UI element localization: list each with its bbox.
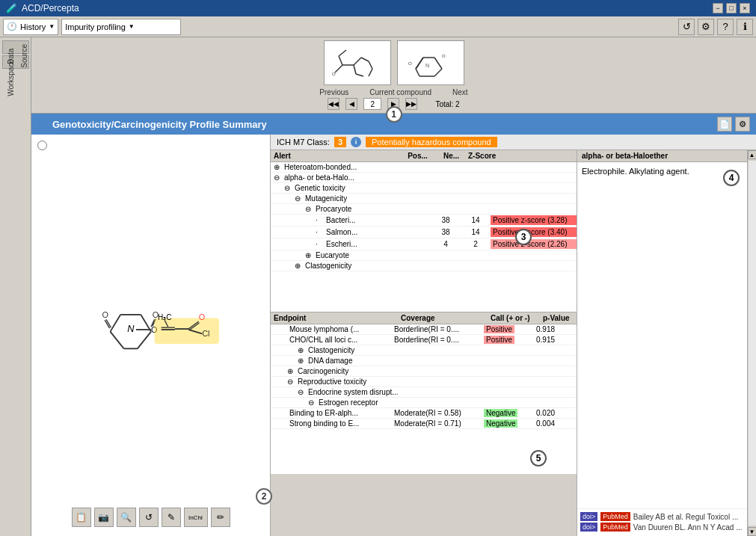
doi-icon-2: doi> [580, 523, 597, 532]
main-container: Data Source Workspace [0, 37, 756, 536]
ep-clastogenicity[interactable]: ⊕ Clastogenicity [271, 345, 577, 356]
ep-cho-chl[interactable]: CHO/CHL all loci c... Borderline(RI = 0.… [271, 335, 577, 345]
workflow-label: Impurity profiling [65, 22, 126, 31]
ich-class-badge: 3 [334, 137, 346, 147]
ref-item-2: doi> PubMed Van Duuren BL. Ann N Y Acad … [580, 523, 744, 532]
link-button[interactable]: ⚙ [698, 19, 714, 35]
scroll-down-button[interactable]: ▼ [748, 527, 757, 536]
svg-text:O: O [332, 72, 336, 76]
ep-binding-er-pval: 0.020 [536, 409, 574, 417]
svg-text:Cl: Cl [202, 329, 209, 338]
expand-icon-3: ⊕ [295, 262, 305, 270]
ref-text-2[interactable]: Van Duuren BL. Ann N Y Acad ... [633, 523, 743, 532]
svg-text:O: O [102, 310, 108, 319]
svg-line-25 [137, 332, 150, 349]
cho-chl-call: Positive [484, 336, 514, 344]
sidebar-tab-datasource[interactable]: Data Source [2, 40, 29, 54]
svg-text:N: N [127, 323, 135, 334]
tree-item-escheri[interactable]: · Escheri... 4 2 Positive z-score (2.26) [271, 238, 577, 250]
prev-page-button[interactable]: ◀ [345, 98, 357, 110]
ep-estrogen[interactable]: ⊖ Estrogen receptor [271, 398, 577, 408]
current-label: Current compound [369, 88, 431, 96]
rotate-button[interactable]: ↺ [139, 508, 159, 527]
ep-endocrine[interactable]: ⊖ Endocrine system disrupt... [271, 387, 577, 398]
last-page-button[interactable]: ▶▶ [405, 98, 417, 110]
molecule-tools: 📋 📷 🔍 ↺ ✎ InChI ✏ [72, 505, 230, 530]
bullet-icon-2: · [316, 228, 326, 236]
scroll-up-button[interactable]: ▲ [748, 150, 757, 159]
ep-dna-damage[interactable]: ⊕ DNA damage [271, 356, 577, 366]
collapse-icon: ⊖ [274, 173, 284, 182]
tree-item-mutagenicity[interactable]: ⊖ Mutagenicity [271, 194, 577, 204]
ep-carcinogenicity[interactable]: ⊕ Carcinogenicity [271, 366, 577, 377]
snapshot-button[interactable]: 📷 [94, 508, 114, 527]
escheri-label: Escheri... [326, 240, 431, 248]
ep-binding-er[interactable]: Binding to ER-alph... Moderate(RI = 0.58… [271, 408, 577, 419]
export-pdf-button[interactable]: 📄 [717, 117, 732, 132]
ich-bar: ICH M7 Class: 3 i Potentially hazardous … [271, 135, 756, 150]
thumbnail-2[interactable]: N O O [397, 40, 464, 85]
ep-reproductive[interactable]: ⊖ Reproductive toxicity [271, 377, 577, 387]
tree-item-eucaryote[interactable]: ⊕ Eucaryote [271, 250, 577, 261]
edit-button[interactable]: ✎ [162, 508, 181, 527]
ep-carcinogenicity-label: Carcinogenicity [298, 367, 402, 375]
tree-item-bacteri[interactable]: · Bacteri... 38 14 Positive z-score (3.2… [271, 215, 577, 227]
thumbnail-1[interactable]: O [324, 40, 391, 85]
ep-binding-er-call: Negative [484, 409, 517, 417]
tree-item-heteroatom[interactable]: ⊕ Heteroatom-bonded... [271, 162, 577, 173]
expand-icon-2: ⊕ [305, 251, 316, 259]
inchi-button[interactable]: InChI [184, 508, 208, 527]
copy-mol-button[interactable]: 📋 [72, 508, 91, 527]
refresh-button[interactable]: ↺ [678, 19, 695, 35]
ep-strong-binding-call: Negative [484, 419, 517, 428]
svg-text:O: O [198, 312, 204, 321]
first-page-button[interactable]: ◀◀ [328, 98, 339, 110]
ep-dna-damage-label: DNA damage [308, 357, 413, 365]
ep-strong-binding-label: Strong binding to E... [289, 419, 394, 428]
tree-item-procaryote[interactable]: ⊖ Procaryote [271, 204, 577, 215]
current-page-input[interactable] [363, 98, 381, 110]
ref-text-1[interactable]: Bailey AB et al. Regul Toxicol ... [633, 513, 738, 521]
ich-info-icon[interactable]: i [351, 137, 361, 147]
help-button[interactable]: ? [717, 19, 734, 35]
bullet-icon-3: · [316, 240, 326, 248]
tree-item-haloether[interactable]: ⊖ alpha- or beta-Halo... [271, 173, 577, 183]
svg-line-13 [434, 58, 442, 69]
ich-hazard-badge: Potentially hazardous compound [366, 137, 497, 147]
profile-header: 1 Genotoxicity/Carcinogenicity Profile S… [31, 114, 756, 135]
col-coverage-header: Coverage [401, 314, 491, 322]
mouse-lymphoma-coverage: Borderline(RI = 0.... [394, 325, 484, 333]
info-description: Electrophile. Alkylating agent. [582, 167, 743, 176]
tree-item-salmon[interactable]: · Salmon... 38 14 Positive z-score (3.40… [271, 227, 577, 238]
col-pos-header: Pos... [401, 152, 434, 160]
ep-mouse-lymphoma[interactable]: Mouse lymphoma (... Borderline(RI = 0...… [271, 324, 577, 335]
heteroatom-label: Heteroatom-bonded... [284, 163, 389, 171]
haloether-label: alpha- or beta-Halo... [284, 173, 389, 182]
molecule-selector-radio[interactable] [37, 141, 47, 150]
draw-button[interactable]: ✏ [211, 508, 230, 527]
info-header: alpha- or beta-Haloether [577, 150, 747, 162]
procaryote-label: Procaryote [316, 205, 420, 213]
tree-item-clastogenicity[interactable]: ⊕ Clastogenicity [271, 261, 577, 271]
history-dropdown[interactable]: 🕐 History ▼ [3, 19, 58, 35]
close-button[interactable]: × [740, 3, 750, 13]
export-settings-button[interactable]: ⚙ [735, 117, 750, 132]
workflow-dropdown[interactable]: Impurity profiling ▼ [61, 19, 181, 35]
titlebar: 🧪 ACD/Percepta − □ × [0, 0, 756, 16]
eucaryote-label: Eucaryote [316, 251, 420, 259]
maximize-button[interactable]: □ [726, 3, 737, 13]
tree-item-genetic[interactable]: ⊖ Genetic toxicity [271, 183, 577, 194]
ep-strong-binding[interactable]: Strong binding to E... Moderate(RI = 0.7… [271, 419, 577, 429]
endpoint-table-header: Endpoint Coverage Call (+ or -) p-Value [271, 312, 577, 324]
right-scrollbar: ▲ ▼ [747, 150, 756, 536]
bacteri-pos: 38 [431, 216, 461, 224]
scroll-track [749, 161, 756, 526]
info-pane: alpha- or beta-Haloether 4 Electrophile.… [577, 150, 747, 536]
col-pvalue-header: p-Value [543, 314, 577, 322]
info-button[interactable]: ℹ [737, 19, 753, 35]
collapse-icon-3: ⊖ [295, 194, 305, 203]
search-button[interactable]: 🔍 [117, 508, 136, 527]
minimize-button[interactable]: − [713, 3, 723, 13]
ep-strong-binding-pval: 0.004 [536, 419, 574, 428]
pubmed-icon-1: PubMed [600, 512, 630, 521]
